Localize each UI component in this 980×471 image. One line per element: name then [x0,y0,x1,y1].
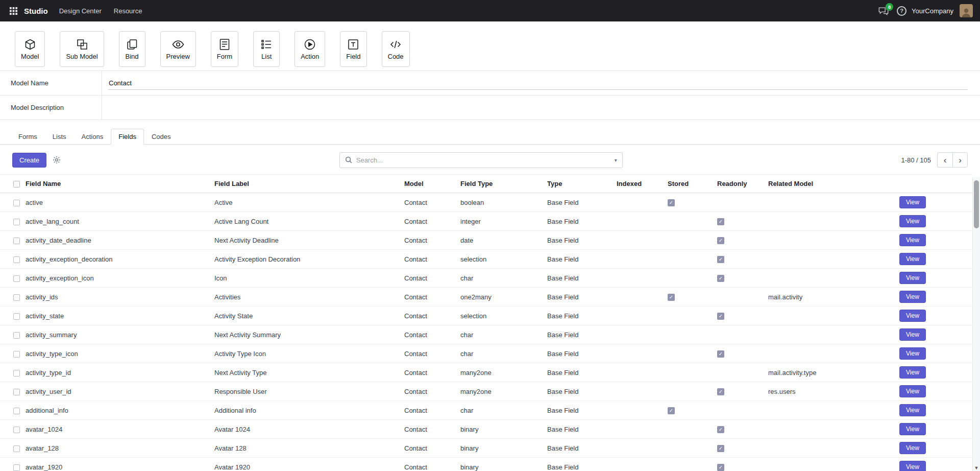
view-button[interactable]: View [899,347,926,360]
cell-model: Contact [404,231,460,250]
select-all-checkbox[interactable] [13,181,20,187]
user-avatar[interactable] [960,4,973,17]
row-checkbox[interactable] [13,389,20,395]
cell-field-name: active [26,193,214,212]
ribbon-action-button[interactable]: Action [295,31,325,67]
column-header-type[interactable]: Type [547,175,617,193]
pager-prev-button[interactable]: ‹ [937,152,952,168]
search-bar[interactable]: ▾ [339,152,623,168]
gear-icon[interactable] [53,156,61,164]
view-button[interactable]: View [899,423,926,435]
view-button[interactable]: View [899,234,926,246]
search-dropdown-toggle[interactable]: ▾ [609,157,622,163]
table-row[interactable]: activity_ids Activities Contact one2many… [0,288,972,307]
model-name-input[interactable] [108,77,968,90]
messages-icon[interactable]: 8 [878,7,889,15]
ribbon-model-button[interactable]: Model [15,31,45,67]
view-button[interactable]: View [899,310,926,322]
readonly-checkbox [717,256,724,263]
tab-codes[interactable]: Codes [144,129,179,145]
vertical-scrollbar[interactable]: ▼ [972,177,980,471]
table-row[interactable]: activity_exception_decoration Activity E… [0,250,972,269]
ribbon-list-button[interactable]: List [253,31,280,67]
row-checkbox[interactable] [13,445,20,452]
row-checkbox[interactable] [13,332,20,339]
row-checkbox[interactable] [13,351,20,358]
table-row[interactable]: activity_type_id Next Activity Type Cont… [0,363,972,382]
table-row[interactable]: avatar_128 Avatar 128 Contact binary Bas… [0,439,972,458]
row-checkbox[interactable] [13,313,20,320]
row-checkbox[interactable] [13,219,20,225]
tab-fields[interactable]: Fields [111,129,144,145]
table-row[interactable]: additional_info Additional info Contact … [0,401,972,420]
table-row[interactable]: avatar_1920 Avatar 1920 Contact binary B… [0,458,972,471]
view-button[interactable]: View [899,253,926,265]
table-row[interactable]: activity_type_icon Activity Type Icon Co… [0,344,972,363]
ribbon-sub-model-button[interactable]: Sub Model [60,31,104,67]
cell-field-label: Icon [214,269,404,288]
view-button[interactable]: View [899,215,926,227]
tab-lists[interactable]: Lists [45,129,74,145]
ribbon-preview-button[interactable]: Preview [160,31,196,67]
menu-resource[interactable]: Resource [108,4,149,18]
table-row[interactable]: activity_date_deadline Next Activity Dea… [0,231,972,250]
column-header-actions [898,175,972,193]
apps-grid-icon[interactable] [7,5,20,17]
row-checkbox[interactable] [13,464,20,471]
view-button[interactable]: View [899,291,926,303]
model-description-input[interactable] [108,101,968,114]
cell-related-model [768,420,898,439]
help-icon[interactable]: ? [897,6,906,16]
table-row[interactable]: activity_user_id Responsible User Contac… [0,382,972,401]
ribbon-form-button[interactable]: Form [211,31,238,67]
view-button[interactable]: View [899,328,926,341]
column-header-field-name[interactable]: Field Name [26,175,214,193]
row-checkbox[interactable] [13,427,20,433]
view-button[interactable]: View [899,461,926,471]
cell-field-name: activity_type_icon [26,344,214,363]
row-checkbox[interactable] [13,256,20,263]
company-name[interactable]: YourCompany [912,7,953,15]
tab-forms[interactable]: Forms [11,129,45,145]
table-row[interactable]: active_lang_count Active Lang Count Cont… [0,212,972,231]
column-header-readonly[interactable]: Readonly [717,175,768,193]
tab-actions[interactable]: Actions [74,129,111,145]
view-button[interactable]: View [899,196,926,208]
view-button[interactable]: View [899,404,926,416]
ribbon-code-button[interactable]: Code [382,31,410,67]
model-name-row: Model Name [0,71,980,96]
table-row[interactable]: avatar_1024 Avatar 1024 Contact binary B… [0,420,972,439]
menu-design-center[interactable]: Design Center [53,4,108,18]
view-button[interactable]: View [899,366,926,379]
row-checkbox[interactable] [13,294,20,301]
app-brand[interactable]: Studio [24,7,48,15]
ribbon-label: Code [388,53,404,60]
row-checkbox[interactable] [13,200,20,206]
row-checkbox[interactable] [13,275,20,282]
ribbon-field-button[interactable]: Field [340,31,366,67]
scrollbar-thumb[interactable] [974,180,979,228]
view-button[interactable]: View [899,442,926,454]
column-header-related-model[interactable]: Related Model [768,175,898,193]
column-header-stored[interactable]: Stored [668,175,717,193]
search-input[interactable] [356,156,609,164]
view-button[interactable]: View [899,385,926,397]
column-header-field-type[interactable]: Field Type [460,175,547,193]
table-row[interactable]: activity_summary Next Activity Summary C… [0,325,972,344]
view-button[interactable]: View [899,272,926,284]
ribbon-bind-button[interactable]: Bind [119,31,145,67]
stored-checkbox [668,407,675,414]
cell-type: Base Field [547,382,617,401]
row-checkbox[interactable] [13,408,20,414]
column-header-field-label[interactable]: Field Label [214,175,404,193]
table-row[interactable]: active Active Contact boolean Base Field… [0,193,972,212]
scroll-down-arrow[interactable]: ▼ [973,465,980,470]
column-header-indexed[interactable]: Indexed [617,175,668,193]
table-row[interactable]: activity_state Activity State Contact se… [0,307,972,325]
pager-next-button[interactable]: › [952,152,968,168]
row-checkbox[interactable] [13,238,20,244]
table-row[interactable]: activity_exception_icon Icon Contact cha… [0,269,972,288]
column-header-model[interactable]: Model [404,175,460,193]
create-button[interactable]: Create [12,153,46,168]
row-checkbox[interactable] [13,370,20,376]
